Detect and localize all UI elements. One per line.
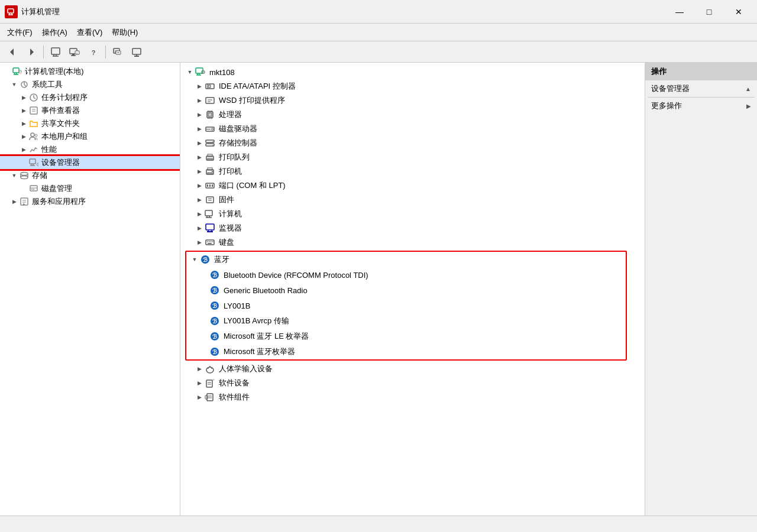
- sidebar-perf-label: 性能: [41, 144, 57, 155]
- devicemanager-icon: ⚙: [28, 157, 39, 168]
- svg-rect-110: [211, 241, 212, 242]
- sidebar-item-root[interactable]: 📋 计算机管理(本地): [0, 65, 180, 78]
- svg-text:⚙: ⚙: [36, 162, 38, 167]
- sidebar-systemtools-label: 系统工具: [32, 79, 63, 90]
- dev-cat-9[interactable]: ▶ 计算机: [180, 207, 645, 221]
- svg-rect-94: [209, 184, 211, 187]
- minimize-button[interactable]: —: [666, 2, 693, 21]
- svg-rect-99: [205, 210, 212, 216]
- bt-device-4[interactable]: ℬ Microsoft 蓝牙 LE 枚举器: [205, 329, 626, 344]
- svg-rect-95: [212, 184, 213, 187]
- expand-cat-9: ▶: [195, 211, 204, 217]
- toolbar-btn-6[interactable]: [128, 44, 145, 60]
- computer-header[interactable]: ▼ mkt108: [180, 65, 645, 79]
- svg-rect-37: [30, 107, 37, 114]
- forward-button[interactable]: [22, 44, 40, 60]
- svg-rect-111: [212, 241, 213, 242]
- storage-icon: [19, 170, 30, 181]
- bt-device-label-2: LY001B: [224, 301, 250, 310]
- performance-icon: [28, 144, 39, 155]
- bt-icon-4: ℬ: [209, 330, 221, 342]
- expand-cat-10: ▶: [195, 225, 204, 231]
- dev-after-1[interactable]: ▶ + 软件设备: [180, 376, 645, 390]
- back-button[interactable]: [4, 44, 21, 60]
- sidebar-item-taskscheduler[interactable]: ▶ 任务计划程序: [0, 91, 180, 104]
- svg-marker-6: [30, 48, 34, 56]
- expand-cat-3: ▶: [195, 126, 204, 132]
- dev-cat-label-11: 键盘: [219, 237, 234, 248]
- firmware-icon: [204, 194, 216, 206]
- sidebar-root-label: 计算机管理(本地): [25, 66, 84, 77]
- toolbar-btn-3[interactable]: ?: [66, 44, 83, 60]
- svg-rect-71: [208, 113, 212, 116]
- menu-action[interactable]: 操作(A): [37, 25, 72, 40]
- action-more[interactable]: 更多操作 ▶: [645, 98, 757, 114]
- svg-text:📋: 📋: [19, 71, 22, 74]
- bluetooth-category[interactable]: ▼ ℬ 蓝牙: [186, 252, 626, 267]
- svg-point-47: [21, 173, 28, 176]
- sidebar-item-performance[interactable]: ▶ 性能: [0, 143, 180, 156]
- dev-after-2[interactable]: ▶ 软件组件: [180, 390, 645, 404]
- expand-after-2: ▶: [195, 394, 204, 400]
- bt-device-1[interactable]: ℬ Generic Bluetooth Radio: [205, 283, 626, 298]
- sidebar-item-storage[interactable]: ▼ 存储: [0, 169, 180, 182]
- dev-after-label-2: 软件组件: [219, 392, 250, 403]
- dev-cat-3[interactable]: ▶ 磁盘驱动器: [180, 122, 645, 136]
- expand-icon-systemtools: ▼: [9, 80, 19, 89]
- bt-device-3[interactable]: ℬ LY001B Avrcp 传输: [205, 313, 626, 329]
- sidebar-item-devicemanager[interactable]: ⚙ 设备管理器: [0, 156, 180, 169]
- dev-cat-10[interactable]: ▶ 监视器: [180, 221, 645, 235]
- dev-cat-6[interactable]: ▶ 打印机: [180, 164, 645, 179]
- sidebar-item-systemtools[interactable]: ▼ 系统工具: [0, 78, 180, 91]
- dev-after-0[interactable]: ▶ 人体学输入设备: [180, 362, 645, 376]
- svg-point-50: [21, 176, 28, 179]
- svg-rect-103: [206, 224, 214, 230]
- port-icon: [204, 180, 216, 192]
- svg-text:ℬ: ℬ: [212, 287, 217, 294]
- dev-cat-11[interactable]: ▶ 键盘: [180, 235, 645, 249]
- shared-icon: [28, 118, 39, 129]
- sidebar-services-label: 服务和应用程序: [32, 196, 86, 207]
- svg-rect-54: [33, 189, 34, 190]
- svg-text:ℬ: ℬ: [203, 257, 208, 263]
- dev-after-label-0: 人体学输入设备: [219, 364, 273, 374]
- menu-file[interactable]: 文件(F): [2, 25, 37, 40]
- close-button[interactable]: ✕: [725, 2, 752, 21]
- svg-rect-96: [206, 197, 213, 203]
- dev-cat-0[interactable]: ▶ IDE ATA/ATAPI 控制器: [180, 79, 645, 93]
- sidebar-item-services[interactable]: ▶ ▶ 服务和应用程序: [0, 195, 180, 208]
- menu-view[interactable]: 查看(V): [72, 25, 107, 40]
- sidebar-event-label: 事件查看器: [41, 105, 80, 116]
- svg-rect-66: [208, 85, 211, 87]
- dev-cat-1[interactable]: ▶ WSD 打印提供程序: [180, 93, 645, 108]
- bt-device-label-0: Bluetooth Device (RFCOMM Protocol TDI): [224, 271, 368, 280]
- component-icon: [204, 391, 216, 403]
- software-icon: +: [204, 377, 216, 389]
- sidebar-item-diskmanagement[interactable]: 磁盘管理: [0, 182, 180, 195]
- sidebar-item-sharedfolders[interactable]: ▶ 共享文件夹: [0, 117, 180, 130]
- toolbar-btn-2[interactable]: [47, 44, 64, 60]
- svg-text:?: ?: [92, 49, 96, 56]
- dev-cat-5[interactable]: ▶ 打印队列: [180, 150, 645, 164]
- sidebar-task-label: 任务计划程序: [41, 92, 88, 103]
- toolbar-btn-5[interactable]: [109, 44, 127, 60]
- dev-cat-4[interactable]: ▶ 存储控制器: [180, 136, 645, 150]
- bt-device-5[interactable]: ℬ Microsoft 蓝牙枚举器: [205, 344, 626, 359]
- bluetooth-children: ℬ Bluetooth Device (RFCOMM Protocol TDI)…: [186, 267, 626, 359]
- sidebar-item-localusers[interactable]: ▶ 本地用户和组: [0, 130, 180, 143]
- dev-cat-7[interactable]: ▶ 端口 (COM 和 LPT): [180, 179, 645, 193]
- dev-cat-2[interactable]: ▶ 处理器: [180, 108, 645, 122]
- storage2-icon: [204, 137, 216, 149]
- sidebar-disk-label: 磁盘管理: [41, 183, 72, 194]
- toolbar-btn-4[interactable]: ?: [85, 44, 102, 60]
- menu-help[interactable]: 帮助(H): [107, 25, 143, 40]
- dev-cat-8[interactable]: ▶ 固件: [180, 193, 645, 207]
- bt-device-label-5: Microsoft 蓝牙枚举器: [224, 346, 295, 357]
- maximize-button[interactable]: □: [695, 2, 723, 21]
- sidebar-item-eventviewer[interactable]: ▶ 事件查看器: [0, 104, 180, 117]
- action-devicemanager[interactable]: 设备管理器 ▲: [645, 80, 757, 97]
- bt-device-0[interactable]: ℬ Bluetooth Device (RFCOMM Protocol TDI): [205, 267, 626, 283]
- hid-icon: [204, 363, 216, 375]
- bt-device-2[interactable]: ℬ LY001B: [205, 298, 626, 313]
- actions-header-label: 操作: [651, 66, 667, 77]
